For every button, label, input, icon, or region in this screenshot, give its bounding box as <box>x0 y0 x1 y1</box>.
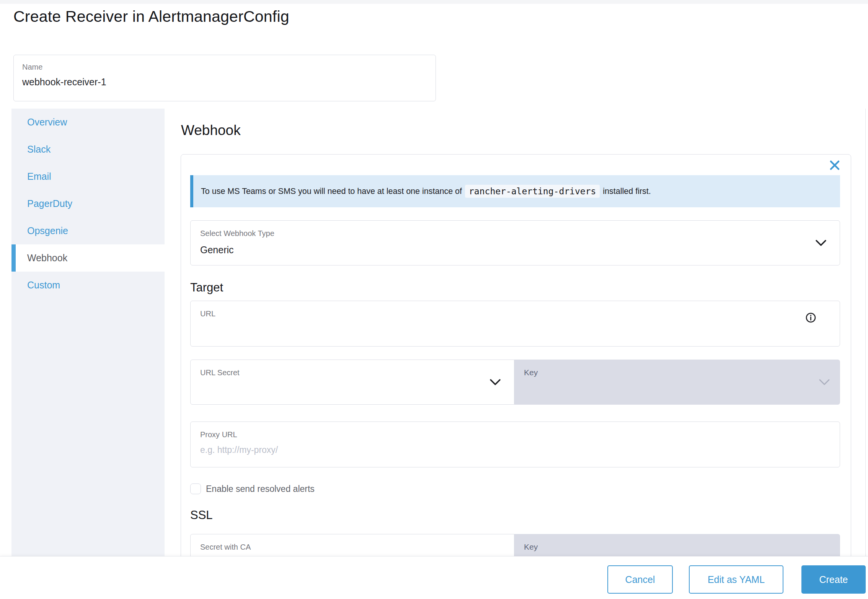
url-field-label: URL <box>200 309 215 318</box>
send-resolved-checkbox[interactable] <box>190 483 201 494</box>
page-top-strip <box>0 0 868 4</box>
sidebar-item-overview[interactable]: Overview <box>11 109 165 136</box>
receiver-name-field[interactable]: Name webhook-receiver-1 <box>13 55 436 101</box>
url-secret-row: URL Secret Key <box>190 360 840 405</box>
send-resolved-label: Enable send resolved alerts <box>206 484 315 494</box>
action-footer: Cancel Edit as YAML Create <box>0 556 868 599</box>
info-icon[interactable] <box>806 313 816 323</box>
sidebar-item-slack[interactable]: Slack <box>11 136 165 163</box>
webhook-form-card: To use MS Teams or SMS you will need to … <box>181 154 851 556</box>
edit-as-yaml-button[interactable]: Edit as YAML <box>689 565 783 594</box>
url-secret-key-label: Key <box>524 368 538 377</box>
webhook-panel-heading: Webhook <box>181 122 241 138</box>
webhook-type-value: Generic <box>200 244 234 256</box>
name-field-value[interactable]: webhook-receiver-1 <box>22 77 106 88</box>
page-title: Create Receiver in AlertmanagerConfig <box>13 8 289 26</box>
proxy-url-placeholder: e.g. http://my-proxy/ <box>200 445 278 455</box>
url-secret-key-select-disabled: Key <box>514 360 840 405</box>
banner-code-snippet: rancher-alerting-drivers <box>465 185 600 198</box>
url-secret-label: URL Secret <box>200 368 240 377</box>
secret-ca-key-select-disabled: Key <box>514 534 840 556</box>
send-resolved-checkbox-row[interactable]: Enable send resolved alerts <box>190 483 315 494</box>
banner-text-after: installed first. <box>603 187 651 196</box>
name-field-label: Name <box>22 63 42 72</box>
sidebar-item-email[interactable]: Email <box>11 163 165 190</box>
proxy-url-field[interactable]: Proxy URL e.g. http://my-proxy/ <box>190 422 840 467</box>
target-section-heading: Target <box>190 281 223 295</box>
create-button[interactable]: Create <box>801 565 866 594</box>
proxy-url-label: Proxy URL <box>200 430 237 439</box>
chevron-down-icon <box>819 379 830 386</box>
sidebar-item-opsgenie[interactable]: Opsgenie <box>11 217 165 244</box>
chevron-down-icon <box>489 379 501 386</box>
ssl-section-heading: SSL <box>190 508 213 522</box>
close-icon[interactable] <box>829 159 841 171</box>
cancel-button[interactable]: Cancel <box>607 565 673 594</box>
sidebar-item-custom[interactable]: Custom <box>11 272 165 299</box>
secret-ca-key-label: Key <box>524 542 538 552</box>
sidebar-item-pagerduty[interactable]: PagerDuty <box>11 190 165 217</box>
banner-text-before: To use MS Teams or SMS you will need to … <box>201 187 462 196</box>
sidebar-item-webhook[interactable]: Webhook <box>11 244 165 272</box>
url-secret-select[interactable]: URL Secret <box>190 360 514 405</box>
receiver-type-sidebar: OverviewSlackEmailPagerDutyOpsgenieWebho… <box>11 109 165 556</box>
secret-ca-select[interactable]: Secret with CA <box>190 534 514 556</box>
url-field[interactable]: URL <box>190 301 840 347</box>
webhook-type-label: Select Webhook Type <box>200 229 274 238</box>
drivers-info-banner: To use MS Teams or SMS you will need to … <box>190 175 840 207</box>
webhook-tab-panel: Webhook To use MS Teams or SMS you will … <box>165 109 866 556</box>
chevron-down-icon <box>815 239 827 246</box>
receiver-tabs: OverviewSlackEmailPagerDutyOpsgenieWebho… <box>11 109 866 556</box>
secret-ca-row: Secret with CA Key <box>190 534 840 556</box>
secret-ca-label: Secret with CA <box>200 543 251 552</box>
webhook-type-select[interactable]: Select Webhook Type Generic <box>190 220 840 265</box>
